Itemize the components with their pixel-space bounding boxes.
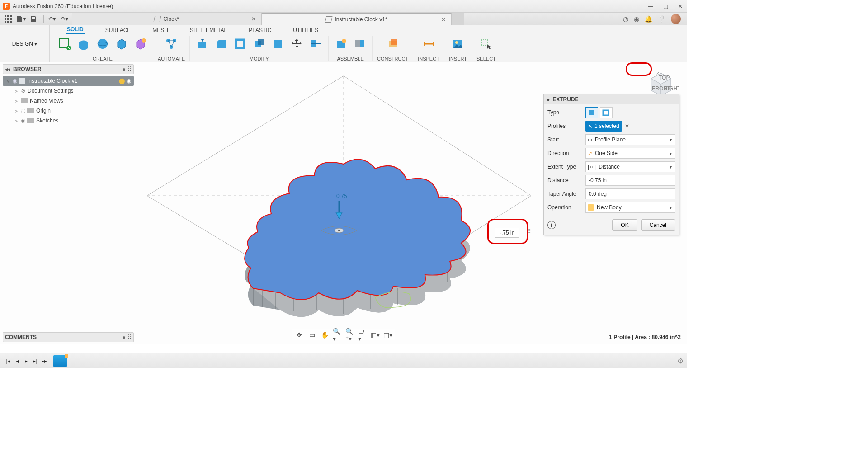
tree-root[interactable]: ▿ ◉ Instructable Clock v1 ⬤ ◉ — [3, 76, 134, 86]
type-solid-option[interactable] — [585, 107, 598, 118]
timeline-next-button[interactable]: ▸| — [31, 357, 40, 366]
chevron-right-icon[interactable]: ▹ — [14, 108, 19, 114]
select-button[interactable] — [478, 36, 494, 52]
info-icon[interactable]: i — [547, 221, 556, 229]
combine-button[interactable] — [251, 36, 267, 52]
warning-badge-icon[interactable]: ⬤ — [119, 78, 125, 84]
ok-button[interactable]: OK — [612, 219, 637, 231]
tab-clock[interactable]: Clock* ✕ — [72, 13, 262, 25]
operation-dropdown[interactable]: New Body — [585, 202, 675, 213]
timeline-feature-sketch[interactable] — [53, 355, 67, 367]
resize-handle-icon[interactable]: ⠿ — [127, 66, 132, 72]
tree-item-sketches[interactable]: ▹ ◉ Sketches — [3, 116, 134, 126]
eye-icon[interactable]: ◉ — [21, 118, 25, 124]
collapse-icon[interactable]: ◂◂ — [5, 66, 10, 72]
job-status-button[interactable]: ◉ — [634, 15, 639, 23]
clear-selection-button[interactable]: ✕ — [625, 123, 629, 129]
tab-mesh[interactable]: MESH — [151, 26, 169, 34]
tree-item-named-views[interactable]: ▹ Named Views — [3, 96, 134, 106]
extent-dropdown[interactable]: |↔| Distance — [585, 161, 675, 172]
construct-button[interactable] — [385, 36, 401, 52]
chevron-right-icon[interactable]: ▹ — [14, 88, 19, 94]
timeline-end-button[interactable]: ▸▸ — [40, 357, 49, 366]
tab-surface[interactable]: SURFACE — [104, 26, 132, 34]
pin-icon[interactable]: ● — [123, 66, 126, 72]
timeline-start-button[interactable]: |◂ — [4, 357, 13, 366]
maximize-button[interactable]: ▢ — [663, 3, 668, 9]
align-button[interactable] — [308, 36, 324, 52]
tab-plastic[interactable]: PLASTIC — [248, 26, 272, 34]
fit-button[interactable]: 🔍⁺▾ — [345, 330, 354, 339]
extrude-dialog[interactable]: ● EXTRUDE Type Profiles ↖1 selected ✕ St… — [543, 94, 679, 235]
resize-handle-icon[interactable]: ⠿ — [127, 334, 132, 340]
viewport-layout-button[interactable]: ▤▾ — [383, 330, 392, 339]
chevron-down-icon[interactable]: ▿ — [5, 78, 11, 84]
pan-button[interactable]: ✋ — [320, 330, 329, 339]
browser-header[interactable]: ◂◂ BROWSER ●⠿ — [3, 64, 134, 74]
save-button[interactable] — [28, 14, 39, 24]
chevron-right-icon[interactable]: ▹ — [14, 98, 19, 104]
file-menu[interactable]: ▾ — [15, 14, 26, 24]
move-button[interactable] — [289, 36, 305, 52]
undo-button[interactable]: ↶▾ — [47, 14, 57, 24]
tree-item-document-settings[interactable]: ▹ ⚙ Document Settings — [3, 86, 134, 96]
direction-dropdown[interactable]: ↗ One Side — [585, 148, 675, 159]
chevron-right-icon[interactable]: ▹ — [14, 118, 19, 124]
grid-settings-button[interactable]: ▦▾ — [371, 330, 380, 339]
eye-hidden-icon[interactable]: ◌ — [21, 108, 25, 114]
tab-solid[interactable]: SOLID — [66, 25, 85, 34]
new-component-button[interactable] — [333, 36, 349, 52]
close-window-button[interactable]: ✕ — [678, 3, 683, 9]
help-button[interactable]: ❔ — [658, 15, 665, 23]
look-at-button[interactable]: ▭ — [307, 330, 316, 339]
tab-sheet-metal[interactable]: SHEET METAL — [189, 26, 228, 34]
press-pull-button[interactable] — [194, 36, 210, 52]
tab-utilities[interactable]: UTILITIES — [292, 26, 319, 34]
revolve-button[interactable] — [95, 36, 110, 52]
close-tab-button[interactable]: ✕ — [248, 16, 259, 22]
extrude-button[interactable] — [76, 36, 91, 52]
notifications-button[interactable]: 🔔 — [645, 15, 652, 23]
extensions-button[interactable]: ◔ — [623, 15, 628, 23]
display-settings-button[interactable]: 🖵▾ — [358, 330, 367, 339]
insert-button[interactable] — [450, 36, 466, 52]
tab-instructable-clock[interactable]: Instructable Clock v1* ✕ — [262, 13, 452, 25]
eye-icon[interactable]: ◉ — [13, 78, 17, 84]
zoom-button[interactable]: 🔍▾ — [333, 330, 342, 339]
tree-item-origin[interactable]: ▹ ◌ Origin — [3, 106, 134, 116]
sketch-button[interactable] — [57, 36, 72, 52]
fillet-button[interactable] — [213, 36, 229, 52]
pin-icon[interactable]: ● — [123, 334, 126, 340]
viewport[interactable]: 0.75 ◂◂ BROWSER ●⠿ ▿ ◉ Instructable Cloc… — [0, 62, 687, 344]
minimize-button[interactable]: — — [648, 3, 653, 9]
joint-button[interactable] — [352, 36, 368, 52]
start-dropdown[interactable]: ↦ Profile Plane — [585, 134, 675, 145]
user-avatar[interactable] — [671, 14, 681, 24]
timeline-prev-button[interactable]: ◂ — [13, 357, 22, 366]
orbit-button[interactable]: ✥ — [295, 330, 304, 339]
new-tab-button[interactable]: ＋ — [452, 13, 464, 25]
taper-input[interactable]: 0.0 deg — [585, 188, 675, 199]
split-body-button[interactable] — [270, 36, 286, 52]
data-panel-button[interactable] — [3, 14, 14, 24]
redo-button[interactable]: ↷▾ — [59, 14, 70, 24]
automate-button[interactable] — [164, 36, 179, 52]
extrude-dialog-header[interactable]: ● EXTRUDE — [544, 94, 679, 104]
close-tab-button[interactable]: ✕ — [438, 16, 449, 23]
workspace-dropdown[interactable]: DESIGN ▾ — [0, 25, 50, 62]
create-form-button[interactable] — [133, 36, 148, 52]
group-modify: MODIFY — [190, 36, 329, 61]
shell-button[interactable] — [232, 36, 248, 52]
timeline-settings-button[interactable]: ⚙ — [677, 357, 684, 365]
collapse-icon[interactable]: ● — [547, 96, 550, 103]
type-thin-option[interactable] — [600, 107, 613, 118]
active-component-icon[interactable]: ◉ — [127, 78, 131, 84]
cancel-button[interactable]: Cancel — [641, 219, 675, 231]
type-toggle[interactable] — [585, 107, 675, 118]
comments-header[interactable]: COMMENTS ●⠿ — [3, 332, 134, 342]
profiles-selection-chip[interactable]: ↖1 selected — [585, 121, 622, 132]
measure-button[interactable] — [421, 36, 436, 52]
box-button[interactable] — [114, 36, 129, 52]
timeline-play-button[interactable]: ▸ — [22, 357, 31, 366]
distance-input[interactable]: -0.75 in — [585, 175, 675, 186]
